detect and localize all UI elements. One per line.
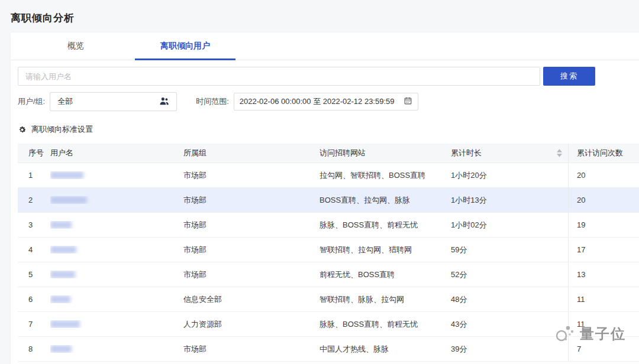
visited-sites: 拉勾网、智联招聘、BOSS直聘: [320, 170, 425, 181]
tab-overview[interactable]: 概览: [34, 32, 117, 60]
username-blurred: [50, 246, 76, 254]
filter-row: 用户/组: 全部 时间范围: 2022-02-06 00:00:00 至 202…: [18, 92, 418, 112]
header-username: 用户名: [50, 148, 183, 158]
table-row[interactable]: 2 市场部 BOSS直聘、拉勾网、脉脉 1小时13分 20: [18, 188, 639, 213]
header-visit-count: 累计访问次数: [568, 144, 639, 162]
table-row[interactable]: 4 市场部 智联招聘、拉勾网、猎聘网 59分 17: [18, 238, 639, 262]
visited-sites: 前程无忧、BOSS直聘: [320, 269, 395, 280]
duration-value: 1小时20分: [451, 170, 487, 181]
tab-bar: 概览 离职倾向用户: [11, 32, 639, 60]
cell-index: 4: [18, 245, 50, 254]
cell-duration: 39分: [451, 344, 568, 355]
group-name: 市场部: [183, 269, 206, 280]
cell-username: [50, 345, 183, 353]
group-name: 市场部: [183, 245, 206, 255]
visit-count-value: 19: [577, 220, 585, 229]
table-body: 1 市场部 拉勾网、智联招聘、BOSS直聘 1小时20分 20 2 市场部 BO…: [18, 163, 639, 362]
tendency-settings-link[interactable]: 离职倾向标准设置: [18, 124, 93, 135]
header-sites: 访问招聘网站: [320, 148, 451, 158]
cell-username: [50, 171, 183, 179]
cell-index: 8: [18, 344, 50, 353]
visit-count-value: 20: [577, 196, 585, 204]
table-header: 序号 用户名 所属组 访问招聘网站 累计时长 累计访问次数: [18, 144, 639, 163]
duration-value: 43分: [451, 319, 467, 330]
cell-visit-count: 7: [568, 337, 639, 361]
row-index: 7: [28, 320, 33, 329]
cell-group: 市场部: [183, 220, 320, 230]
cell-sites: 脉脉、BOSS直聘、前程无忧: [320, 319, 451, 330]
table-row[interactable]: 7 人力资源部 脉脉、BOSS直聘、前程无忧 43分 11: [18, 312, 639, 337]
cell-group: 人力资源部: [183, 319, 320, 330]
visited-sites: 智联招聘、拉勾网、猎聘网: [320, 245, 412, 255]
duration-value: 59分: [451, 245, 467, 255]
cell-index: 7: [18, 320, 50, 329]
visit-count-value: 11: [577, 320, 585, 329]
date-range-picker[interactable]: 2022-02-06 00:00:00 至 2022-02-12 23:59:5…: [234, 93, 418, 110]
visited-sites: 中国人才热线、脉脉: [320, 344, 389, 355]
group-select-value: 全部: [57, 96, 159, 107]
cell-duration: 1小时13分: [451, 195, 568, 206]
cell-index: 3: [18, 220, 50, 229]
username-blurred: [50, 295, 70, 303]
calendar-icon: [404, 96, 412, 107]
duration-value: 48分: [451, 294, 467, 305]
visited-sites: 脉脉、BOSS直聘、前程无忧: [320, 220, 418, 230]
row-index: 3: [28, 220, 33, 229]
visited-sites: 脉脉、BOSS直聘、前程无忧: [320, 319, 418, 330]
cell-duration: 1小时02分: [451, 220, 568, 230]
cell-visit-count: 13: [568, 262, 639, 287]
group-select[interactable]: 全部: [50, 92, 177, 111]
username-blurred: [50, 271, 75, 278]
cell-username: [50, 271, 183, 278]
group-name: 市场部: [183, 344, 206, 355]
group-name: 人力资源部: [183, 319, 222, 330]
duration-value: 1小时13分: [451, 195, 487, 206]
users-table: 序号 用户名 所属组 访问招聘网站 累计时长 累计访问次数 1: [18, 144, 639, 362]
search-row: 搜索: [18, 67, 595, 86]
row-index: 1: [28, 171, 33, 180]
tab-resignation-users-label: 离职倾向用户: [160, 41, 210, 51]
duration-value: 39分: [451, 344, 467, 355]
cell-index: 6: [18, 295, 50, 304]
visited-sites: BOSS直聘、拉勾网、脉脉: [320, 195, 410, 206]
cell-duration: 52分: [451, 269, 568, 280]
group-name: 信息安全部: [183, 294, 222, 305]
cell-duration: 43分: [451, 319, 568, 330]
row-index: 2: [28, 196, 33, 204]
row-index: 8: [28, 344, 33, 353]
tendency-settings-label: 离职倾向标准设置: [31, 124, 93, 135]
sort-icon[interactable]: [557, 149, 562, 157]
visit-count-value: 20: [577, 171, 585, 180]
row-index: 4: [28, 245, 33, 254]
table-row[interactable]: 3 市场部 脉脉、BOSS直聘、前程无忧 1小时02分 19: [18, 213, 639, 238]
cell-group: 信息安全部: [183, 294, 320, 305]
cell-duration: 1小时20分: [451, 170, 568, 181]
group-name: 市场部: [183, 170, 206, 181]
cell-username: [50, 320, 183, 328]
table-row[interactable]: 6 信息安全部 智联招聘、脉脉、拉勾网 48分 11: [18, 287, 639, 312]
header-index: 序号: [18, 148, 50, 158]
cell-username: [50, 246, 183, 254]
search-button[interactable]: 搜索: [543, 67, 595, 86]
cell-sites: 智联招聘、拉勾网、猎聘网: [320, 245, 451, 255]
cell-group: 市场部: [183, 245, 320, 255]
cell-sites: 智联招聘、脉脉、拉勾网: [320, 294, 451, 305]
header-duration-label: 累计时长: [451, 148, 482, 158]
username-blurred: [50, 171, 83, 179]
main-card: 概览 离职倾向用户 搜索 用户/组: 全部: [11, 32, 639, 364]
cell-sites: BOSS直聘、拉勾网、脉脉: [320, 195, 451, 206]
header-group: 所属组: [183, 148, 320, 158]
tab-overview-label: 概览: [67, 41, 84, 51]
resignation-analysis-page: 离职倾向分析 概览 离职倾向用户 搜索 用户/组: 全部: [0, 0, 639, 364]
tab-resignation-users[interactable]: 离职倾向用户: [135, 32, 235, 60]
table-row[interactable]: 1 市场部 拉勾网、智联招聘、BOSS直聘 1小时20分 20: [18, 163, 639, 188]
cell-visit-count: 20: [568, 188, 639, 212]
table-row[interactable]: 8 市场部 中国人才热线、脉脉 39分 7: [18, 337, 639, 362]
group-name: 市场部: [183, 195, 206, 206]
table-row[interactable]: 5 市场部 前程无忧、BOSS直聘 52分 13: [18, 262, 639, 287]
group-filter-label: 用户/组:: [18, 96, 45, 107]
cell-sites: 脉脉、BOSS直聘、前程无忧: [320, 220, 451, 230]
visit-count-value: 13: [577, 270, 585, 279]
cell-username: [50, 295, 183, 303]
search-input[interactable]: [18, 67, 540, 86]
